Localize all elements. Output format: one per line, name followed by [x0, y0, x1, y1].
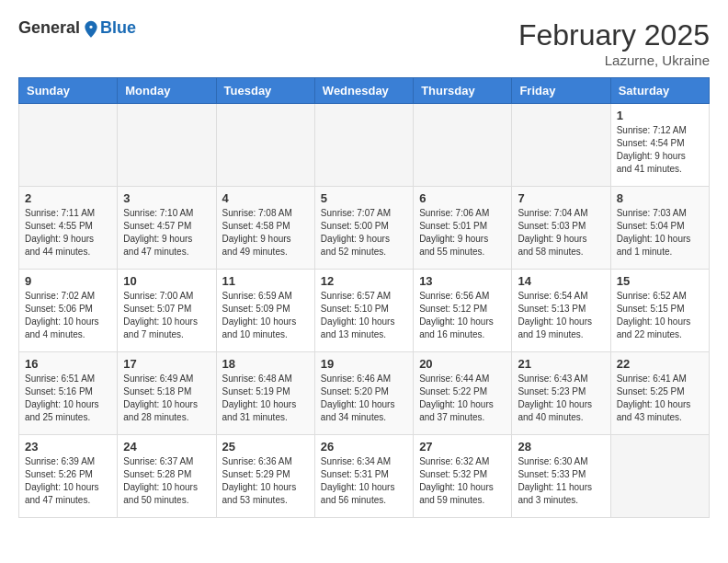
day-cell: 6Sunrise: 7:06 AM Sunset: 5:01 PM Daylig…	[414, 187, 512, 270]
logo: General Blue	[18, 18, 136, 38]
day-number: 14	[518, 274, 604, 288]
day-info: Sunrise: 6:37 AM Sunset: 5:28 PM Dayligh…	[123, 455, 210, 507]
day-info: Sunrise: 7:11 AM Sunset: 4:55 PM Dayligh…	[25, 207, 111, 259]
logo-general: General	[18, 18, 80, 38]
day-number: 15	[617, 274, 703, 288]
day-info: Sunrise: 6:43 AM Sunset: 5:23 PM Dayligh…	[518, 373, 604, 424]
day-number: 23	[25, 440, 111, 454]
logo-blue: Blue	[100, 18, 136, 38]
day-info: Sunrise: 7:12 AM Sunset: 4:54 PM Dayligh…	[617, 124, 703, 176]
day-number: 20	[419, 357, 506, 371]
day-number: 9	[25, 274, 111, 288]
day-number: 27	[419, 440, 506, 454]
day-cell: 8Sunrise: 7:03 AM Sunset: 5:04 PM Daylig…	[610, 187, 709, 270]
day-cell: 10Sunrise: 7:00 AM Sunset: 5:07 PM Dayli…	[118, 270, 216, 352]
day-info: Sunrise: 6:44 AM Sunset: 5:22 PM Dayligh…	[419, 373, 506, 424]
day-number: 19	[321, 357, 407, 371]
day-info: Sunrise: 6:30 AM Sunset: 5:33 PM Dayligh…	[518, 455, 604, 507]
day-number: 11	[222, 274, 309, 288]
day-info: Sunrise: 6:32 AM Sunset: 5:32 PM Dayligh…	[419, 455, 506, 507]
day-cell: 13Sunrise: 6:56 AM Sunset: 5:12 PM Dayli…	[414, 270, 512, 352]
day-cell: 1Sunrise: 7:12 AM Sunset: 4:54 PM Daylig…	[610, 104, 709, 187]
day-info: Sunrise: 6:51 AM Sunset: 5:16 PM Dayligh…	[25, 373, 111, 424]
week-row-3: 9Sunrise: 7:02 AM Sunset: 5:06 PM Daylig…	[19, 270, 710, 352]
day-number: 3	[123, 191, 210, 205]
logo-icon	[82, 19, 100, 38]
day-cell: 19Sunrise: 6:46 AM Sunset: 5:20 PM Dayli…	[314, 352, 413, 435]
day-number: 10	[123, 274, 210, 288]
month-title: February 2025	[518, 18, 710, 52]
weekday-header-wednesday: Wednesday	[314, 78, 413, 104]
weekday-header-monday: Monday	[118, 78, 216, 104]
day-info: Sunrise: 7:07 AM Sunset: 5:00 PM Dayligh…	[321, 207, 407, 259]
weekday-header-sunday: Sunday	[19, 78, 118, 104]
week-row-2: 2Sunrise: 7:11 AM Sunset: 4:55 PM Daylig…	[19, 187, 710, 270]
day-cell: 23Sunrise: 6:39 AM Sunset: 5:26 PM Dayli…	[19, 435, 118, 518]
day-number: 17	[123, 357, 210, 371]
day-info: Sunrise: 7:04 AM Sunset: 5:03 PM Dayligh…	[518, 207, 604, 259]
day-info: Sunrise: 7:10 AM Sunset: 4:57 PM Dayligh…	[123, 207, 210, 259]
day-info: Sunrise: 6:34 AM Sunset: 5:31 PM Dayligh…	[321, 455, 407, 507]
day-number: 28	[518, 440, 604, 454]
day-cell: 20Sunrise: 6:44 AM Sunset: 5:22 PM Dayli…	[414, 352, 512, 435]
day-cell: 16Sunrise: 6:51 AM Sunset: 5:16 PM Dayli…	[19, 352, 118, 435]
day-cell	[118, 104, 216, 187]
day-info: Sunrise: 6:56 AM Sunset: 5:12 PM Dayligh…	[419, 290, 506, 341]
day-cell: 17Sunrise: 6:49 AM Sunset: 5:18 PM Dayli…	[118, 352, 216, 435]
day-info: Sunrise: 7:08 AM Sunset: 4:58 PM Dayligh…	[222, 207, 309, 259]
day-info: Sunrise: 6:52 AM Sunset: 5:15 PM Dayligh…	[617, 290, 703, 341]
day-cell: 28Sunrise: 6:30 AM Sunset: 5:33 PM Dayli…	[512, 435, 610, 518]
day-info: Sunrise: 7:02 AM Sunset: 5:06 PM Dayligh…	[25, 290, 111, 341]
day-cell	[512, 104, 610, 187]
day-number: 13	[419, 274, 506, 288]
day-cell: 22Sunrise: 6:41 AM Sunset: 5:25 PM Dayli…	[610, 352, 709, 435]
day-number: 24	[123, 440, 210, 454]
day-number: 7	[518, 191, 604, 205]
day-info: Sunrise: 6:59 AM Sunset: 5:09 PM Dayligh…	[222, 290, 309, 341]
day-cell: 12Sunrise: 6:57 AM Sunset: 5:10 PM Dayli…	[314, 270, 413, 352]
day-info: Sunrise: 6:41 AM Sunset: 5:25 PM Dayligh…	[617, 373, 703, 424]
day-cell: 15Sunrise: 6:52 AM Sunset: 5:15 PM Dayli…	[610, 270, 709, 352]
day-number: 6	[419, 191, 506, 205]
week-row-4: 16Sunrise: 6:51 AM Sunset: 5:16 PM Dayli…	[19, 352, 710, 435]
day-cell: 14Sunrise: 6:54 AM Sunset: 5:13 PM Dayli…	[512, 270, 610, 352]
day-cell	[414, 104, 512, 187]
weekday-header-saturday: Saturday	[610, 78, 709, 104]
day-cell: 25Sunrise: 6:36 AM Sunset: 5:29 PM Dayli…	[216, 435, 314, 518]
day-info: Sunrise: 6:36 AM Sunset: 5:29 PM Dayligh…	[222, 455, 309, 507]
day-info: Sunrise: 7:03 AM Sunset: 5:04 PM Dayligh…	[617, 207, 703, 259]
day-cell: 26Sunrise: 6:34 AM Sunset: 5:31 PM Dayli…	[314, 435, 413, 518]
week-row-5: 23Sunrise: 6:39 AM Sunset: 5:26 PM Dayli…	[19, 435, 710, 518]
day-cell	[314, 104, 413, 187]
day-number: 1	[617, 109, 703, 122]
day-cell: 21Sunrise: 6:43 AM Sunset: 5:23 PM Dayli…	[512, 352, 610, 435]
day-cell	[610, 435, 709, 518]
day-cell: 27Sunrise: 6:32 AM Sunset: 5:32 PM Dayli…	[414, 435, 512, 518]
day-number: 5	[321, 191, 407, 205]
day-number: 2	[25, 191, 111, 205]
day-number: 25	[222, 440, 309, 454]
day-number: 8	[617, 191, 703, 205]
day-info: Sunrise: 6:57 AM Sunset: 5:10 PM Dayligh…	[321, 290, 407, 341]
day-number: 16	[25, 357, 111, 371]
title-block: February 2025 Lazurne, Ukraine	[518, 18, 710, 68]
day-number: 22	[617, 357, 703, 371]
day-cell: 7Sunrise: 7:04 AM Sunset: 5:03 PM Daylig…	[512, 187, 610, 270]
day-info: Sunrise: 6:54 AM Sunset: 5:13 PM Dayligh…	[518, 290, 604, 341]
day-cell: 4Sunrise: 7:08 AM Sunset: 4:58 PM Daylig…	[216, 187, 314, 270]
day-info: Sunrise: 6:46 AM Sunset: 5:20 PM Dayligh…	[321, 373, 407, 424]
day-info: Sunrise: 6:49 AM Sunset: 5:18 PM Dayligh…	[123, 373, 210, 424]
day-cell: 11Sunrise: 6:59 AM Sunset: 5:09 PM Dayli…	[216, 270, 314, 352]
day-cell: 18Sunrise: 6:48 AM Sunset: 5:19 PM Dayli…	[216, 352, 314, 435]
weekday-header-tuesday: Tuesday	[216, 78, 314, 104]
weekday-header-friday: Friday	[512, 78, 610, 104]
weekday-header-thursday: Thursday	[414, 78, 512, 104]
day-number: 21	[518, 357, 604, 371]
location: Lazurne, Ukraine	[518, 52, 710, 68]
day-info: Sunrise: 7:00 AM Sunset: 5:07 PM Dayligh…	[123, 290, 210, 341]
week-row-1: 1Sunrise: 7:12 AM Sunset: 4:54 PM Daylig…	[19, 104, 710, 187]
day-info: Sunrise: 7:06 AM Sunset: 5:01 PM Dayligh…	[419, 207, 506, 259]
day-info: Sunrise: 6:39 AM Sunset: 5:26 PM Dayligh…	[25, 455, 111, 507]
day-number: 18	[222, 357, 309, 371]
day-number: 12	[321, 274, 407, 288]
